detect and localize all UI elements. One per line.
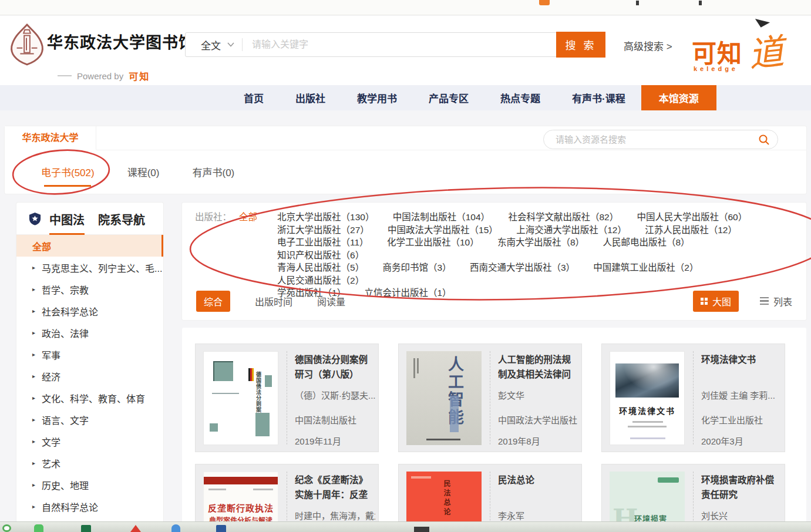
publisher-link[interactable]: 电子工业出版社（11） (277, 237, 369, 247)
site-header: 华东政法大学图书馆 Powered by 可知 全文 搜 索 高级搜索 > 道 … (0, 16, 811, 85)
sidebar-item-philosophy[interactable]: ▸ 哲学、宗教 (16, 278, 163, 300)
caret-right-icon: ▸ (32, 482, 35, 488)
sidebar-item-label: 马克思主义、列宁主义、毛... (42, 261, 162, 275)
dash-divider (58, 75, 72, 76)
browser-strip (0, 0, 811, 15)
sort-comprehensive[interactable]: 综合 (196, 291, 230, 312)
publisher-link[interactable]: 知识产权出版社（6） (277, 250, 364, 260)
nav-item-textbooks[interactable]: 教学用书 (341, 85, 413, 110)
search-icon[interactable] (758, 134, 770, 146)
book-info: 人工智能的刑法规制及其相关法律问题 彭文华 中国政法大学出版社 2019年8月 (498, 352, 578, 445)
sidebar-item-label: 文学 (42, 435, 60, 449)
search-scope-value: 全文 (201, 38, 221, 52)
publisher-filter-label: 出版社： (195, 211, 231, 299)
mountain-photo (615, 363, 679, 398)
browser-toolbar-icon[interactable] (699, 1, 702, 5)
taskbar-dark-window-icon[interactable] (414, 527, 429, 532)
university-crest-logo (9, 23, 45, 66)
books-panel: 德国债法分则案例研习 德国债法分则案例研习（第八版） （德）汉斯·约瑟夫... … (182, 328, 806, 532)
tab-courses[interactable]: 课程(0) (127, 164, 160, 179)
sidebar-item-all[interactable]: 全部 (16, 235, 163, 257)
caret-right-icon: ▸ (32, 438, 35, 445)
taskbar-blue-round-app-icon[interactable] (171, 524, 180, 532)
publisher-link[interactable]: 江苏人民出版社（12） (645, 225, 737, 235)
search-button[interactable]: 搜 索 (556, 32, 605, 58)
taskbar-messenger-app-icon[interactable] (34, 524, 43, 532)
caret-right-icon: ▸ (32, 460, 35, 466)
publisher-filter-all[interactable]: 全部 (239, 211, 257, 299)
browser-toolbar-icon[interactable] (636, 1, 639, 5)
site-title: 华东政法大学图书馆 (47, 30, 195, 53)
sidebar-item-military[interactable]: ▸ 军事 (16, 344, 163, 365)
tab-audiobooks[interactable]: 有声书(0) (192, 164, 234, 179)
nav-item-home[interactable]: 首页 (228, 85, 280, 110)
shield-star-icon (28, 212, 42, 225)
nav-item-hot-topics[interactable]: 热点专题 (484, 85, 556, 110)
sidebar-item-art[interactable]: ▸ 艺术 (16, 452, 163, 474)
book-card[interactable]: 环境法律文书 环境法律文书 刘佳嫒 主编 李莉... 化学工业出版社 2020年… (601, 344, 785, 452)
advanced-search-link[interactable]: 高级搜索 > (624, 38, 672, 53)
book-card[interactable]: 人工智能 人工智能的刑法规制及其相关法律问题 彭文华 中国政法大学出版社 201… (398, 344, 582, 452)
sort-publish-date[interactable]: 出版时间 (255, 294, 292, 308)
sidebar-item-social-science[interactable]: ▸ 社会科学总论 (16, 300, 163, 322)
caret-right-icon: ▸ (32, 373, 35, 379)
publisher-link[interactable]: 中国人民大学出版社（60） (637, 212, 747, 222)
book-title: 环境损害政府补偿责任研究 (701, 473, 782, 502)
keyword-search-input[interactable] (243, 33, 556, 56)
sidebar-item-literature[interactable]: ▸ 文学 (16, 430, 163, 452)
publisher-link[interactable]: 化学工业出版社（10） (387, 237, 479, 247)
caret-right-icon: ▸ (32, 308, 35, 314)
sidebar-item-history-geography[interactable]: ▸ 历史、地理 (16, 474, 163, 496)
tab-ebooks[interactable]: 电子书(502) (41, 164, 95, 179)
publisher-link[interactable]: 浙江大学出版社（27） (277, 225, 369, 235)
publisher-link[interactable]: 商务印书馆（3） (382, 262, 451, 272)
publisher-link[interactable]: 北京大学出版社（130） (277, 212, 374, 222)
keledge-logo: 道 可知 keledge (692, 19, 780, 82)
publisher-link[interactable]: 社会科学文献出版社（82） (508, 212, 618, 222)
publisher-link[interactable]: 中国建筑工业出版社（2） (593, 262, 698, 272)
nav-item-audiobooks-courses[interactable]: 有声书·课程 (556, 85, 641, 110)
divider (693, 351, 694, 445)
publisher-link[interactable]: 东南大学出版社（8） (497, 237, 584, 247)
taskbar-green-ring-app-icon[interactable] (2, 524, 11, 532)
publisher-link[interactable]: 人民交通出版社（2） (277, 275, 364, 285)
book-card[interactable]: 德国债法分则案例研习 德国债法分则案例研习（第八版） （德）汉斯·约瑟夫... … (195, 344, 379, 452)
resource-search-input[interactable] (556, 134, 758, 144)
sidebar-item-marxism[interactable]: ▸ 马克思主义、列宁主义、毛... (16, 257, 163, 278)
search-scope-dropdown[interactable]: 全文 (186, 33, 242, 56)
org-tab[interactable]: 华东政法大学 (5, 126, 96, 150)
view-toggle-grid[interactable]: 大图 (693, 291, 739, 312)
org-panel: 华东政法大学 电子书(502) 课程(0) 有声书(0) (5, 126, 806, 194)
publisher-link[interactable]: 青海人民出版社（5） (277, 262, 364, 272)
publisher-link[interactable]: 西南交通大学出版社（3） (470, 262, 575, 272)
nav-item-library-resources[interactable]: 本馆资源 (641, 85, 716, 110)
sort-read-count[interactable]: 阅读量 (317, 294, 345, 308)
sidebar-item-natural-science[interactable]: ▸ 自然科学总论 (16, 496, 163, 517)
publisher-link[interactable]: 中国政法大学出版社（15） (388, 225, 498, 235)
taskbar-word-app-icon[interactable] (216, 525, 226, 532)
nav-item-product-zone[interactable]: 产品专区 (413, 85, 484, 110)
sidebar-tab-departments[interactable]: 院系导航 (98, 203, 145, 235)
sidebar-item-language[interactable]: ▸ 语言、文字 (16, 409, 163, 430)
sidebar-item-culture-education[interactable]: ▸ 文化、科学、教育、体育 (16, 387, 163, 409)
publisher-link[interactable]: 上海交通大学出版社（12） (516, 225, 627, 235)
sidebar-tab-clc[interactable]: 中图法 (49, 203, 85, 235)
sort-bar: 综合 出版时间 阅读量 大图 列表 (196, 292, 792, 310)
sidebar-item-economy[interactable]: ▸ 经济 (16, 365, 163, 387)
sidebar-item-label: 文化、科学、教育、体育 (42, 391, 145, 405)
taskbar-spreadsheet-app-icon[interactable] (81, 525, 91, 532)
view-toggle-list[interactable]: 列表 (760, 294, 792, 308)
keledge-logo-glyph: 道 (746, 22, 786, 77)
nav-item-publishers[interactable]: 出版社 (280, 85, 341, 110)
book-cover: 环境法律文书 (610, 351, 685, 445)
taskbar-red-app-icon[interactable] (130, 525, 141, 532)
publisher-link[interactable]: 人民邮电出版社（8） (603, 237, 689, 247)
publisher-link[interactable]: 中国法制出版社（104） (393, 212, 490, 222)
sidebar-item-label: 自然科学总论 (42, 500, 98, 514)
publisher-list: 北京大学出版社（130） 中国法制出版社（104） 社会科学文献出版社（82） … (277, 211, 802, 299)
book-publisher: 中国法制出版社 (295, 413, 375, 426)
sidebar-item-politics-law[interactable]: ▸ 政治、法律 (16, 322, 163, 344)
book-title: 纪念《反垄断法》实施十周年：反垄断行政... (295, 473, 375, 502)
cover-title-text: 民法总论 (442, 480, 452, 517)
browser-extension-icon[interactable] (539, 0, 550, 5)
